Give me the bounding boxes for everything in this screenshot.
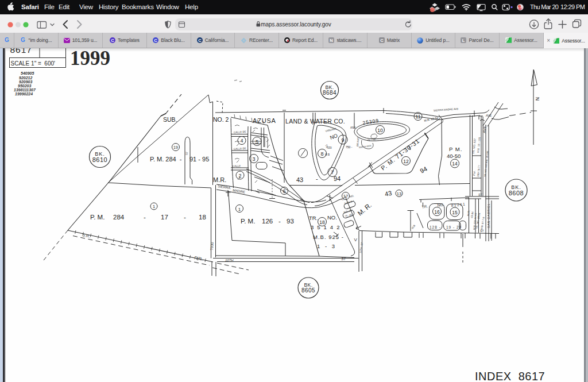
svg-text:TR. NO. 443 M.B. 15-105: TR. NO. 443 M.B. 15-105 <box>483 151 489 177</box>
svg-text:1398111307: 1398111307 <box>14 88 36 92</box>
svg-text:8684: 8684 <box>323 90 336 96</box>
svg-text:M. R.: M. R. <box>357 202 373 217</box>
svg-text:M.B. 925 -: M.B. 925 - <box>313 234 344 240</box>
svg-text:NO.: NO. <box>327 214 337 221</box>
svg-text:ST: ST <box>185 151 188 155</box>
svg-text:ST: ST <box>341 257 346 261</box>
svg-text:40-50: 40-50 <box>447 153 461 159</box>
svg-text:INDEX 8617: INDEX 8617 <box>475 370 545 382</box>
svg-text:CALLE DE: CALLE DE <box>234 130 246 134</box>
svg-text:7: 7 <box>331 169 334 175</box>
svg-text:P. M. 71-30-31: P. M. 71-30-31 <box>380 137 421 172</box>
svg-text:ANN: ANN <box>350 126 356 129</box>
svg-text:93: 93 <box>287 218 294 225</box>
svg-text:11: 11 <box>416 114 421 119</box>
svg-text:284: 284 <box>113 214 125 221</box>
svg-text:10: 10 <box>377 128 383 133</box>
svg-text:128 -: 128 - <box>430 225 441 229</box>
svg-text:CALLE DE: CALLE DE <box>234 146 246 151</box>
svg-text:P M.: P M. <box>449 146 462 152</box>
svg-text:35142: 35142 <box>311 224 343 230</box>
svg-text:8605: 8605 <box>301 287 315 294</box>
svg-text:13: 13 <box>397 191 401 196</box>
svg-text:2 0 5 9 4: 2 0 5 9 4 <box>344 199 355 204</box>
svg-text:7030: 7030 <box>210 242 214 250</box>
svg-text:M.B. 97-7-8: M.B. 97-7-8 <box>480 217 485 230</box>
svg-text:950203: 950203 <box>18 84 31 88</box>
svg-text:750 -: 750 - <box>346 145 353 149</box>
svg-text:10TH: 10TH <box>225 258 234 262</box>
svg-text:269-76-77: 269-76-77 <box>477 165 481 177</box>
svg-text:1999: 1999 <box>70 48 110 70</box>
svg-text:SIERRA MADRE AVE: SIERRA MADRE AVE <box>434 107 459 112</box>
svg-text:P. M.: P. M. <box>241 218 255 225</box>
svg-text:SCALE 1" = 600': SCALE 1" = 600' <box>11 60 56 67</box>
svg-text:-: - <box>316 175 318 182</box>
svg-text:540905: 540905 <box>21 71 34 75</box>
svg-text:AZUSA: AZUSA <box>253 117 276 124</box>
svg-text:MADRE: MADRE <box>233 188 245 194</box>
svg-text:16: 16 <box>434 209 440 215</box>
svg-text:9: 9 <box>341 137 344 143</box>
svg-text:19: 19 <box>173 145 178 149</box>
svg-text:4: 4 <box>240 138 243 144</box>
svg-text:126: 126 <box>262 218 273 225</box>
svg-text:-: - <box>144 214 146 221</box>
svg-text:1: 1 <box>238 207 241 212</box>
svg-text:M.R. 43-94: M.R. 43-94 <box>424 116 439 122</box>
svg-text:14: 14 <box>452 161 458 167</box>
svg-text:NO.: NO. <box>349 194 354 198</box>
svg-text:L: L <box>462 38 465 43</box>
svg-text:C: C <box>154 38 158 43</box>
svg-text:19990224: 19990224 <box>15 92 33 96</box>
svg-text:CALLE: CALLE <box>233 164 241 168</box>
svg-text:G: G <box>5 37 9 43</box>
svg-text:SIERRA: SIERRA <box>218 184 231 190</box>
svg-text:10TH ST: 10TH ST <box>359 242 363 253</box>
svg-text:19 - 20: 19 - 20 <box>446 225 462 229</box>
svg-text:159: 159 <box>327 146 332 149</box>
svg-text:V: V <box>354 237 358 242</box>
svg-text:43: 43 <box>384 190 392 198</box>
svg-text:ST.: ST. <box>478 193 482 196</box>
svg-text:920903: 920903 <box>19 80 32 84</box>
svg-text:3: 3 <box>252 156 255 162</box>
svg-text:SAN GABRIEL: SAN GABRIEL <box>487 203 490 228</box>
svg-text:TR. NO. 627: TR. NO. 627 <box>472 138 477 154</box>
svg-text:18: 18 <box>199 214 206 221</box>
svg-text:C: C <box>111 38 114 43</box>
svg-text:6: 6 <box>283 188 285 194</box>
svg-text:P.M.: P.M. <box>473 171 476 176</box>
svg-text:M.R.: M.R. <box>467 210 470 216</box>
svg-text:R.R.: R.R. <box>194 255 204 262</box>
svg-text:P. M. 284 -: P. M. 284 - <box>150 156 182 163</box>
svg-text:ST.: ST. <box>480 229 484 233</box>
svg-text:18: 18 <box>319 219 325 225</box>
svg-text:8608: 8608 <box>509 190 524 196</box>
svg-text:AVE.: AVE. <box>482 125 487 133</box>
svg-text:N: N <box>330 38 333 43</box>
svg-text:17: 17 <box>343 194 348 199</box>
svg-text:C: C <box>198 38 202 43</box>
svg-text:71 - 76: 71 - 76 <box>367 138 376 142</box>
svg-text:8: 8 <box>320 151 323 157</box>
svg-text:TR.: TR. <box>421 204 428 209</box>
svg-text:920212: 920212 <box>19 76 32 80</box>
svg-text:AVE.: AVE. <box>485 114 492 117</box>
svg-text:TR.: TR. <box>309 215 318 221</box>
svg-text:25309: 25309 <box>362 118 380 126</box>
svg-text:LAND & WATER CO.: LAND & WATER CO. <box>285 118 345 125</box>
svg-text:43: 43 <box>296 176 303 183</box>
svg-text:81261: 81261 <box>451 202 466 207</box>
svg-text:2: 2 <box>238 173 241 179</box>
svg-text:8617: 8617 <box>10 48 32 55</box>
svg-text:5: 5 <box>256 139 258 145</box>
svg-text:1 - 3: 1 - 3 <box>317 243 336 249</box>
svg-text:-: - <box>278 218 281 225</box>
svg-text:M.R.: M.R. <box>213 176 226 183</box>
svg-text:8610: 8610 <box>92 156 107 163</box>
svg-text:91 - 95: 91 - 95 <box>189 156 209 163</box>
svg-text:NO: NO <box>329 133 338 141</box>
svg-text:M.B. 16 - 105: M.B. 16 - 105 <box>477 137 481 153</box>
svg-text:17: 17 <box>161 214 168 221</box>
